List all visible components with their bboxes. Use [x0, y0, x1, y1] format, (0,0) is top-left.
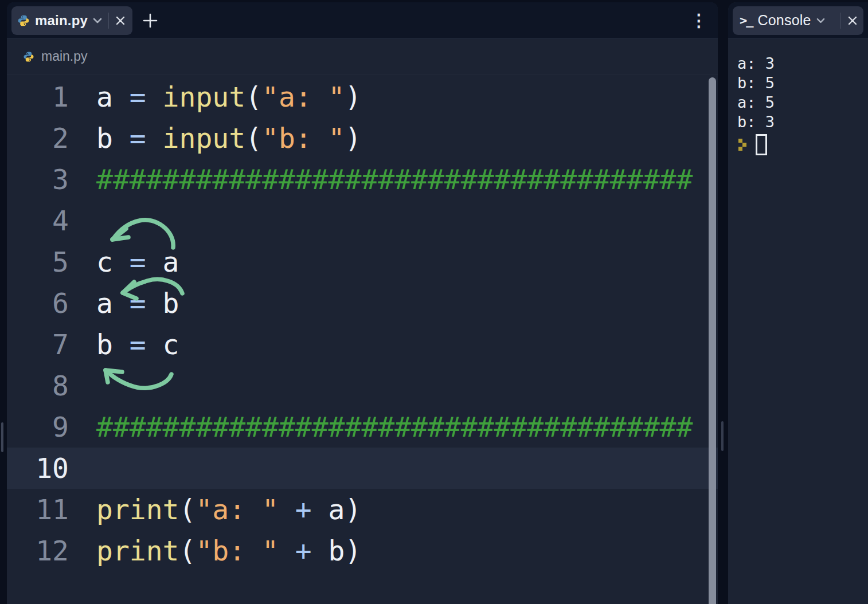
code-line[interactable]: 7b = c — [7, 324, 718, 365]
console-tab-bar: >_ Console — [728, 2, 868, 39]
console-tab-label: Console — [758, 12, 811, 29]
tab-divider — [840, 13, 841, 29]
breadcrumb-file: main.py — [41, 49, 88, 64]
code-line[interactable]: 1a = input("a: ") — [7, 76, 718, 117]
line-number: 7 — [7, 328, 69, 360]
pane-resize-handle-left[interactable] — [1, 422, 3, 452]
tab-main-py[interactable]: main.py — [11, 6, 132, 35]
console-prompt-icon — [738, 139, 746, 151]
code-text: a = input("a: ") — [96, 81, 361, 113]
console-pane: >_ Console a: 3b: 5a: 5b: 3 — [728, 2, 868, 604]
code-line[interactable]: 3#################################### — [7, 159, 718, 200]
terminal-cursor — [756, 134, 767, 155]
console-output[interactable]: a: 3b: 5a: 5b: 3 — [728, 39, 868, 603]
tab-label: main.py — [35, 13, 88, 29]
pane-menu-icon[interactable]: ⋮ — [690, 12, 707, 29]
line-number: 11 — [7, 493, 69, 525]
code-line[interactable]: 5c = a — [7, 241, 718, 283]
code-text: print("b: " + b) — [96, 535, 361, 567]
pane-resize-handle-right[interactable] — [721, 421, 724, 451]
code-text: b = input("b: ") — [96, 122, 361, 154]
code-line[interactable]: 9#################################### — [7, 406, 718, 448]
close-console-icon[interactable] — [847, 15, 858, 26]
console-line: b: 3 — [737, 112, 868, 132]
code-line[interactable]: 8 — [7, 365, 718, 406]
console-line: b: 5 — [737, 73, 868, 93]
line-number: 5 — [7, 246, 69, 278]
line-number: 3 — [7, 163, 69, 195]
line-number: 2 — [7, 122, 69, 154]
close-tab-icon[interactable] — [115, 15, 126, 26]
line-number: 1 — [7, 81, 69, 113]
line-number: 4 — [7, 205, 69, 237]
code-line[interactable]: 4 — [7, 200, 718, 241]
editor-tab-bar: main.py ⋮ — [7, 2, 718, 39]
editor-scrollbar-thumb[interactable] — [709, 77, 716, 604]
code-text: c = a — [96, 246, 179, 278]
editor-pane: main.py ⋮ main.py 1a = input("a: ")2b = … — [7, 2, 718, 604]
code-line[interactable]: 2b = input("b: ") — [7, 117, 718, 159]
new-tab-icon[interactable] — [143, 13, 158, 28]
line-number: 8 — [7, 370, 69, 402]
chevron-down-icon[interactable] — [93, 18, 102, 23]
code-line[interactable]: 12print("b: " + b) — [7, 530, 718, 571]
line-number: 6 — [7, 287, 69, 319]
code-line[interactable]: 10 — [7, 448, 718, 489]
tab-divider — [108, 13, 109, 29]
code-text: b = c — [96, 328, 179, 360]
console-line: a: 5 — [737, 93, 868, 112]
code-text: #################################### — [96, 163, 693, 195]
tab-console[interactable]: >_ Console — [733, 6, 863, 35]
code-line[interactable]: 6a = b — [7, 283, 718, 324]
code-text: a = b — [96, 287, 179, 319]
line-number: 9 — [7, 411, 69, 443]
line-number: 10 — [7, 452, 69, 484]
code-text: #################################### — [96, 411, 693, 443]
console-line: a: 3 — [737, 54, 868, 73]
code-editor[interactable]: 1a = input("a: ")2b = input("b: ")3#####… — [7, 76, 718, 571]
code-line[interactable]: 11print("a: " + a) — [7, 489, 718, 530]
console-prompt-row — [737, 134, 868, 155]
line-number: 12 — [7, 535, 69, 567]
python-icon — [17, 14, 30, 27]
chevron-down-icon[interactable] — [816, 18, 825, 23]
terminal-icon: >_ — [740, 13, 753, 28]
breadcrumb: main.py — [7, 39, 718, 74]
code-text: print("a: " + a) — [96, 493, 361, 525]
python-icon — [23, 51, 34, 62]
